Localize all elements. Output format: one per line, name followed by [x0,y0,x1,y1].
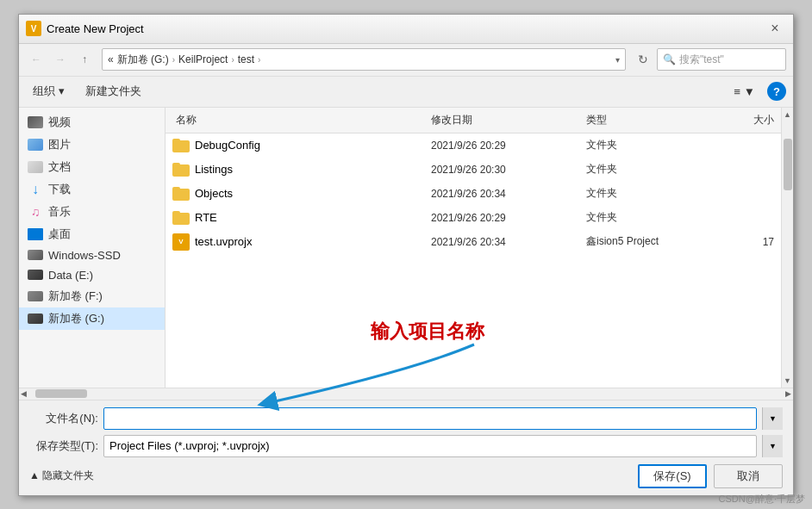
filetype-value: Project Files (*.uvproj; *.uvprojx) [109,439,270,452]
sidebar-label-video: 视频 [48,115,71,130]
navigation-toolbar: ← → ↑ « 新加卷 (G:) › KeilProject › test › … [19,44,793,77]
desktop-icon [28,228,43,240]
breadcrumb-expand: ▾ [615,55,620,65]
app-icon: V [26,21,41,36]
drive-f-icon [28,291,43,301]
file-row-uvprojx[interactable]: V test.uvprojx 2021/9/26 20:34 鑫ision5 P… [166,230,781,254]
music-icon: ♫ [28,206,43,218]
search-icon: 🔍 [663,53,676,65]
hide-folder-button[interactable]: ▲ 隐藏文件夹 [29,469,94,483]
search-placeholder: 搜索"test" [679,53,724,67]
filetype-row: 保存类型(T): Project Files (*.uvproj; *.uvpr… [29,435,783,457]
sidebar-item-desktop[interactable]: 桌面 [19,223,165,245]
header-date: 修改日期 [424,111,579,129]
file-type-objects: 文件夹 [579,186,709,201]
button-row: ▲ 隐藏文件夹 保存(S) 取消 [29,464,783,488]
filename-label: 文件名(N): [29,411,98,426]
drive-g-icon [28,313,43,324]
header-name: 名称 [166,111,424,129]
header-size: 大小 [709,111,781,129]
file-list-wrapper: 名称 修改日期 类型 大小 DebugConfig 2021/9/26 20:2… [166,108,793,388]
drive-e-icon [28,270,43,280]
breadcrumb-prefix: « [108,53,114,65]
file-row-debugconfig[interactable]: DebugConfig 2021/9/26 20:29 文件夹 [166,133,781,158]
help-button[interactable]: ? [767,82,786,101]
horizontal-scrollbar[interactable]: ◀ ▶ [19,388,793,400]
sidebar-item-download[interactable]: ↓ 下载 [19,178,165,201]
download-icon: ↓ [28,183,43,196]
forward-button[interactable]: → [50,49,71,70]
breadcrumb[interactable]: « 新加卷 (G:) › KeilProject › test › ▾ [102,48,626,71]
sidebar-label-drive-f: 新加卷 (F:) [48,289,103,304]
dialog-title: Create New Project [47,22,764,35]
sidebar-item-music[interactable]: ♫ 音乐 [19,201,165,223]
folder-icon-listings [172,163,190,177]
view-button[interactable]: ≡ ▼ [728,83,760,101]
breadcrumb-sep1: › [172,55,175,65]
refresh-button[interactable]: ↻ [633,49,653,70]
file-date-debugconfig: 2021/9/26 20:29 [424,140,579,152]
main-content: 视频 图片 文档 ↓ 下载 ♫ 音乐 桌面 [19,108,793,388]
folder-icon-debugconfig [172,139,190,152]
h-scroll-thumb[interactable] [35,389,87,398]
file-name-rte: RTE [195,211,217,224]
sidebar-label-docs: 文档 [48,159,71,175]
file-name-debugconfig: DebugConfig [195,139,260,152]
new-folder-button[interactable]: 新建文件夹 [78,81,148,102]
sidebar-item-video[interactable]: 视频 [19,111,165,133]
sidebar-label-desktop: 桌面 [48,227,71,242]
breadcrumb-sep2: › [231,55,234,65]
up-button[interactable]: ↑ [74,49,95,70]
file-list: 名称 修改日期 类型 大小 DebugConfig 2021/9/26 20:2… [166,108,781,388]
save-button[interactable]: 保存(S) [638,464,707,488]
close-button[interactable]: × [764,18,786,39]
video-icon [28,116,43,128]
sidebar-label-drive-g: 新加卷 (G:) [48,311,104,326]
filename-dropdown[interactable]: ▼ [762,407,783,430]
cancel-button[interactable]: 取消 [714,464,783,488]
file-row-rte[interactable]: RTE 2021/9/26 20:29 文件夹 [166,206,781,230]
filename-row: 文件名(N): ▼ [29,407,783,430]
sidebar-item-docs[interactable]: 文档 [19,156,165,178]
sidebar-item-drive-f[interactable]: 新加卷 (F:) [19,285,165,307]
view-icon: ≡ ▼ [734,85,755,98]
bottom-form-area: 文件名(N): ▼ 保存类型(T): Project Files (*.uvpr… [19,400,793,495]
organize-button[interactable]: 组织 ▾ [26,81,72,102]
back-button[interactable]: ← [26,49,47,70]
sidebar: 视频 图片 文档 ↓ 下载 ♫ 音乐 桌面 [19,108,166,388]
filetype-select[interactable]: Project Files (*.uvproj; *.uvprojx) [103,435,757,457]
file-date-uvprojx: 2021/9/26 20:34 [424,236,579,248]
picture-icon [28,139,43,151]
action-bar: 组织 ▾ 新建文件夹 ≡ ▼ ? [19,77,793,108]
docs-icon [28,161,43,173]
filetype-dropdown[interactable]: ▼ [762,435,783,457]
scroll-thumb[interactable] [784,139,792,190]
file-name-objects: Objects [195,187,233,200]
breadcrumb-part1: 新加卷 (G:) [117,53,169,67]
search-box[interactable]: 🔍 搜索"test" [657,48,786,71]
dialog-window: V Create New Project × ← → ↑ « 新加卷 (G:) … [18,14,794,496]
folder-icon-objects [172,187,190,201]
file-type-rte: 文件夹 [579,210,709,225]
sidebar-label-download: 下载 [48,182,71,197]
folder-icon-rte [172,211,190,225]
file-name-listings: Listings [195,163,233,176]
sidebar-item-picture[interactable]: 图片 [19,133,165,156]
file-row-listings[interactable]: Listings 2021/9/26 20:30 文件夹 [166,158,781,182]
file-type-uvprojx: 鑫ision5 Project [579,234,709,249]
sidebar-item-drive-e[interactable]: Data (E:) [19,265,165,285]
filename-input[interactable] [103,407,757,430]
header-type: 类型 [579,111,709,129]
sidebar-item-drive-g[interactable]: 新加卷 (G:) [19,307,165,330]
file-type-debugconfig: 文件夹 [579,138,709,152]
vertical-scrollbar[interactable]: ▲ ▼ [781,108,793,388]
file-row-objects[interactable]: Objects 2021/9/26 20:34 文件夹 [166,182,781,206]
breadcrumb-sep3: › [258,55,260,65]
ssd-icon [28,250,43,260]
sidebar-label-ssd: Windows-SSD [48,249,121,262]
sidebar-item-windows-ssd[interactable]: Windows-SSD [19,245,165,265]
sidebar-label-picture: 图片 [48,137,71,152]
file-date-rte: 2021/9/26 20:29 [424,212,579,224]
filetype-label: 保存类型(T): [29,438,98,454]
file-size-uvprojx: 17 [709,236,781,248]
